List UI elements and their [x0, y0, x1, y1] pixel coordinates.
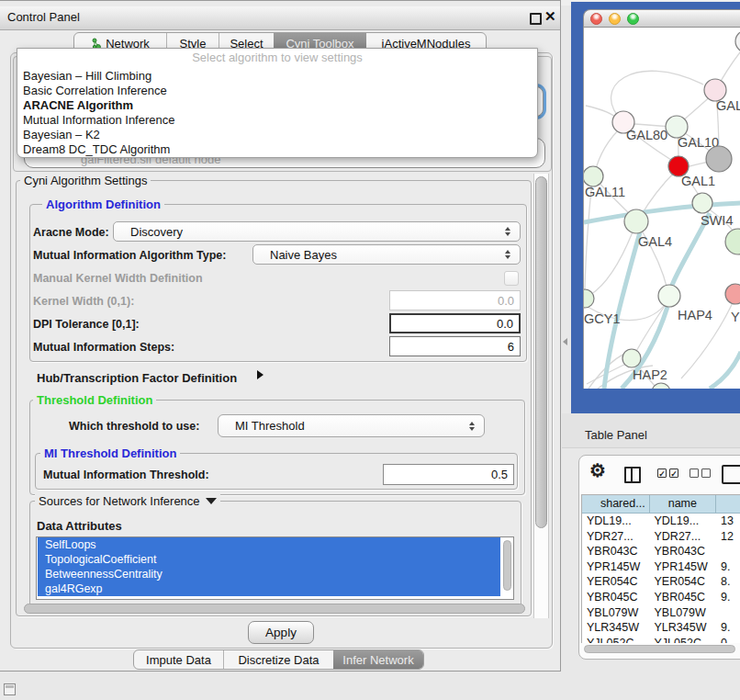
network-edge[interactable]: [590, 225, 635, 295]
aracne-mode-label: Aracne Mode:: [33, 226, 109, 239]
network-view[interactable]: GAL8GAL80GAL10GAL1GAL11SWI4GAL4GCY1HAP4Y…: [583, 28, 740, 389]
column-header[interactable]: name: [650, 495, 717, 513]
table-row[interactable]: YBR045CYBR045C9.: [582, 590, 740, 605]
mi-type-combobox[interactable]: Naive Bayes: [252, 244, 521, 265]
table-cell: [716, 605, 740, 621]
table-cell: [716, 544, 740, 559]
which-threshold-label: Which threshold to use:: [69, 420, 199, 433]
table-row[interactable]: YJL052CYJL052C0.: [582, 636, 740, 643]
network-node[interactable]: [735, 30, 740, 52]
algorithm-option[interactable]: Dream8 DC_TDC Algorithm: [17, 142, 537, 157]
threshold-definition-title: Threshold Definition: [33, 393, 156, 407]
attribute-item[interactable]: gal4RGexp: [38, 581, 500, 596]
table-row[interactable]: YBL079WYBL079W: [582, 605, 740, 621]
close-icon[interactable]: ✕: [544, 8, 556, 25]
data-attributes-label: Data Attributes: [37, 519, 122, 533]
dock-window-icon[interactable]: [4, 683, 16, 695]
table-row[interactable]: YER054CYER054C8.: [582, 574, 740, 590]
dpi-tolerance-input[interactable]: [389, 313, 521, 333]
settings-scrollbar-thumb[interactable]: [535, 176, 547, 528]
table-hscrollbar-thumb[interactable]: [584, 645, 735, 653]
zoom-traffic-light-icon[interactable]: [627, 13, 639, 25]
network-node-y[interactable]: [725, 284, 740, 304]
network-node-hap2[interactable]: [622, 349, 641, 367]
network-node-hap4[interactable]: [658, 285, 680, 307]
select-all-check-icon[interactable]: ✓: [657, 469, 667, 478]
cyni-mode-tabs: Impute DataDiscretize DataInfer Network: [133, 649, 424, 670]
attribute-item[interactable]: TopologicalCoefficient: [38, 552, 500, 567]
expand-arrow-icon[interactable]: [257, 370, 263, 379]
network-node[interactable]: [706, 146, 732, 172]
collapse-arrow-icon[interactable]: [206, 498, 217, 504]
network-node-gal4[interactable]: [624, 209, 648, 233]
column-header[interactable]: [716, 495, 740, 513]
table-row[interactable]: YPR145WYPR145W9.: [582, 559, 740, 575]
table-cell: 9.: [716, 559, 740, 575]
manual-kernel-checkbox[interactable]: [504, 271, 519, 286]
tab-impute-data[interactable]: Impute Data: [134, 650, 223, 669]
mit-label: Mutual Information Threshold:: [43, 469, 209, 481]
mi-steps-input[interactable]: [389, 336, 521, 356]
spinner-arrows-icon: [469, 422, 476, 431]
network-edge-thick[interactable]: [710, 352, 740, 389]
algorithm-option[interactable]: Mutual Information Inference: [17, 113, 537, 128]
algorithm-option[interactable]: Bayesian – K2: [17, 128, 537, 142]
column-manager-icon[interactable]: [624, 467, 641, 483]
algorithm-option[interactable]: Basic Correlation Inference: [17, 84, 537, 98]
tab-label: Discretize Data: [238, 653, 319, 667]
tab-discretize-data[interactable]: Discretize Data: [223, 650, 333, 669]
column-header[interactable]: shared...: [582, 495, 650, 513]
aracne-mode-combobox[interactable]: Discovery: [113, 221, 521, 242]
close-traffic-light-icon[interactable]: [590, 13, 602, 25]
table-cell: YDL19...: [650, 514, 717, 529]
kernel-width-input[interactable]: [389, 290, 521, 310]
horizontal-scrollbar-thumb[interactable]: [24, 604, 525, 614]
algorithm-definition-title: Algorithm Definition: [42, 198, 164, 211]
float-window-icon[interactable]: [530, 13, 542, 25]
algorithm-option[interactable]: Bayesian – Hill Climbing: [17, 69, 537, 84]
table-cell: 12: [716, 529, 740, 545]
network-node[interactable]: [725, 229, 740, 254]
network-node-swi4[interactable]: [692, 193, 712, 213]
spinner-arrows-icon: [505, 250, 511, 259]
table-mode-icon[interactable]: [722, 465, 740, 484]
table-row[interactable]: YBR043CYBR043C: [582, 544, 740, 559]
gear-icon[interactable]: ⚙: [589, 459, 606, 481]
select-all-check-icon[interactable]: ✓: [669, 469, 678, 478]
data-attributes-list[interactable]: SelfLoopsTopologicalCoefficientBetweenne…: [36, 536, 514, 600]
table-cell: YJL052C: [650, 636, 717, 643]
table-header[interactable]: shared...name: [582, 495, 740, 514]
table-cell: YBR045C: [650, 590, 717, 605]
table-panel-title: Table Panel: [585, 428, 647, 442]
network-canvas: GAL8GAL80GAL10GAL1GAL11SWI4GAL4GCY1HAP4Y…: [584, 28, 740, 389]
tab-infer-network[interactable]: Infer Network: [333, 650, 423, 669]
table-cell: YDR27...: [650, 529, 717, 545]
dpi-tolerance-label: DPI Tolerance [0,1]:: [33, 318, 140, 331]
table-cell: YPR145W: [650, 559, 717, 575]
deselect-all-check-icon[interactable]: [690, 469, 699, 478]
table-cell: 9.: [716, 620, 740, 636]
table-cell: 9.: [716, 590, 740, 605]
network-node-gcy1[interactable]: [584, 289, 594, 308]
node-label: GAL8: [716, 98, 740, 113]
table-cell: 0.: [716, 636, 740, 643]
minimize-traffic-light-icon[interactable]: [609, 13, 621, 25]
network-window-titlebar[interactable]: [583, 9, 740, 28]
deselect-all-check-icon[interactable]: [701, 469, 711, 478]
attribute-item[interactable]: BetweennessCentrality: [38, 567, 500, 581]
mit-input[interactable]: [383, 464, 514, 485]
algorithm-option[interactable]: ARACNE Algorithm: [17, 98, 537, 113]
list-scrollbar-thumb[interactable]: [503, 540, 511, 591]
tab-label: Infer Network: [342, 653, 413, 667]
table-row[interactable]: YDR27...YDR27...12: [582, 529, 740, 545]
which-threshold-combobox[interactable]: MI Threshold: [218, 414, 485, 437]
tab-label: Impute Data: [146, 653, 211, 667]
splitter-grip-icon[interactable]: [563, 338, 567, 345]
network-node[interactable]: [652, 383, 670, 389]
network-node-gal11[interactable]: [584, 166, 603, 186]
table-row[interactable]: YDL19...YDL19...13: [582, 514, 740, 529]
apply-button[interactable]: Apply: [248, 621, 314, 644]
table-row[interactable]: YLR345WYLR345W9.: [582, 620, 740, 636]
table-body: YDL19...YDL19...13YDR27...YDR27...12YBR0…: [582, 514, 740, 643]
attribute-item[interactable]: SelfLoops: [38, 537, 500, 552]
